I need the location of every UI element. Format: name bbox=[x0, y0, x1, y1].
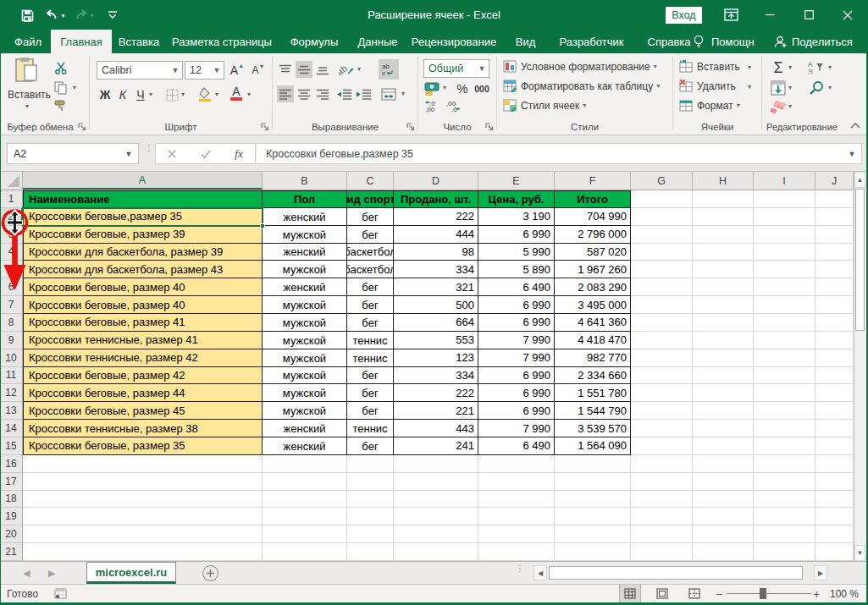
tab-home[interactable]: Главная bbox=[51, 30, 112, 53]
tab-review[interactable]: Рецензирование bbox=[405, 30, 503, 53]
orientation-dropdown-icon[interactable]: ▾ bbox=[357, 65, 361, 73]
cell-H1[interactable] bbox=[693, 190, 754, 208]
cell-B5[interactable]: мужской bbox=[263, 261, 347, 278]
cell-E8[interactable]: 6 990 bbox=[478, 314, 555, 332]
cell-A18[interactable] bbox=[23, 491, 263, 509]
cell-I4[interactable] bbox=[754, 244, 815, 261]
cell-J16[interactable] bbox=[815, 455, 854, 473]
cell-A17[interactable] bbox=[23, 473, 263, 491]
wrap-text-icon[interactable]: abc bbox=[379, 59, 399, 80]
cell-G11[interactable] bbox=[631, 367, 693, 385]
insert-cells-button[interactable]: Вставить bbox=[678, 60, 740, 73]
collapse-ribbon-icon[interactable] bbox=[848, 119, 863, 131]
cell-I3[interactable] bbox=[754, 226, 815, 244]
cell-F17[interactable] bbox=[555, 473, 631, 491]
cell-C18[interactable] bbox=[347, 491, 394, 509]
cell-G4[interactable] bbox=[631, 244, 693, 261]
share-button[interactable]: Поделиться bbox=[773, 30, 853, 53]
cell-F21[interactable] bbox=[555, 543, 631, 561]
cell-E13[interactable]: 6 990 bbox=[478, 402, 555, 420]
cell-A20[interactable] bbox=[23, 525, 263, 543]
accounting-dropdown-icon[interactable]: ▾ bbox=[443, 84, 446, 91]
increase-decimal-icon[interactable]: .0,00 bbox=[423, 98, 441, 113]
align-top-icon[interactable] bbox=[277, 61, 294, 78]
cell-G17[interactable] bbox=[631, 473, 693, 491]
cell-F8[interactable]: 4 641 360 bbox=[555, 314, 631, 332]
cell-J20[interactable] bbox=[815, 525, 854, 543]
name-box[interactable]: A2 ▼ bbox=[7, 143, 139, 164]
cell-I12[interactable] bbox=[754, 384, 815, 402]
cell-C10[interactable]: теннис bbox=[347, 349, 394, 367]
cell-J13[interactable] bbox=[815, 402, 854, 420]
accounting-format-icon[interactable] bbox=[423, 81, 441, 96]
cell-G8[interactable] bbox=[631, 314, 693, 332]
cell-B11[interactable]: мужской bbox=[263, 367, 347, 385]
cell-C1[interactable]: Вид спорта bbox=[347, 190, 394, 208]
scroll-left-icon[interactable]: ◀ bbox=[534, 565, 547, 580]
cell-I9[interactable] bbox=[754, 332, 815, 349]
cell-A12[interactable]: Кроссовки беговые, размер 44 bbox=[23, 384, 263, 402]
column-header-H[interactable]: H bbox=[693, 172, 754, 190]
row-header-11[interactable]: 11 bbox=[0, 367, 23, 385]
cell-E21[interactable] bbox=[478, 543, 555, 561]
maximize-button[interactable] bbox=[789, 0, 828, 30]
cell-B12[interactable]: мужской bbox=[263, 384, 347, 402]
cell-I2[interactable] bbox=[754, 208, 815, 226]
cell-H2[interactable] bbox=[693, 208, 754, 226]
cell-I13[interactable] bbox=[754, 402, 815, 420]
align-right-icon[interactable] bbox=[314, 85, 331, 102]
fill-dropdown-icon[interactable]: ▾ bbox=[788, 84, 792, 91]
borders-dropdown-icon[interactable]: ▾ bbox=[181, 91, 185, 98]
column-header-B[interactable]: B bbox=[263, 172, 347, 190]
cell-A13[interactable]: Кроссовки беговые, размер 45 bbox=[23, 402, 263, 420]
row-header-17[interactable]: 17 bbox=[0, 473, 23, 491]
increase-font-icon[interactable]: А▲ bbox=[228, 61, 246, 80]
cell-D3[interactable]: 444 bbox=[394, 226, 478, 244]
cell-I21[interactable] bbox=[754, 543, 815, 561]
cell-A5[interactable]: Кроссовки для баскетбола, размер 43 bbox=[23, 261, 263, 278]
cell-H16[interactable] bbox=[693, 455, 754, 473]
row-header-15[interactable]: 15 bbox=[0, 437, 23, 455]
cell-C20[interactable] bbox=[347, 525, 394, 543]
close-button[interactable] bbox=[828, 0, 867, 30]
cell-D8[interactable]: 664 bbox=[394, 314, 478, 332]
cell-J5[interactable] bbox=[815, 261, 854, 278]
cell-I7[interactable] bbox=[754, 296, 815, 314]
cell-E7[interactable]: 6 990 bbox=[478, 296, 555, 314]
fill-down-icon[interactable] bbox=[769, 79, 788, 97]
cell-E17[interactable] bbox=[478, 473, 555, 491]
row-header-6[interactable]: 6 bbox=[0, 278, 23, 296]
normal-view-button[interactable] bbox=[619, 585, 641, 602]
cell-G19[interactable] bbox=[631, 508, 693, 525]
font-color-dropdown-icon[interactable]: ▾ bbox=[247, 91, 251, 98]
cell-H21[interactable] bbox=[693, 543, 754, 561]
cell-I1[interactable] bbox=[754, 190, 815, 208]
cell-C2[interactable]: бег bbox=[347, 208, 394, 226]
cell-A8[interactable]: Кроссовки беговые, размер 41 bbox=[23, 314, 263, 332]
underline-dropdown-icon[interactable]: ▾ bbox=[149, 91, 152, 98]
cell-D7[interactable]: 500 bbox=[394, 296, 478, 314]
cell-B3[interactable]: мужской bbox=[263, 226, 347, 244]
cell-G1[interactable] bbox=[631, 190, 693, 208]
cell-G2[interactable] bbox=[631, 208, 693, 226]
cell-A10[interactable]: Кроссовки теннисные, размер 42 bbox=[23, 349, 263, 367]
cell-H4[interactable] bbox=[693, 244, 754, 261]
cell-A15[interactable]: Кроссовки беговые, размер 35 bbox=[23, 437, 263, 455]
paste-dropdown-icon[interactable]: ▾ bbox=[25, 102, 29, 110]
cell-F1[interactable]: Итого bbox=[555, 190, 631, 208]
cell-I6[interactable] bbox=[754, 278, 815, 296]
row-header-19[interactable]: 19 bbox=[0, 508, 23, 525]
cell-D11[interactable]: 334 bbox=[394, 367, 478, 385]
cell-D12[interactable]: 222 bbox=[394, 384, 478, 402]
cell-E1[interactable]: Цена, руб. bbox=[478, 190, 555, 208]
confirm-entry-icon[interactable] bbox=[201, 150, 211, 158]
cell-B4[interactable]: женский bbox=[263, 244, 347, 261]
cell-I15[interactable] bbox=[754, 437, 815, 455]
cell-C9[interactable]: теннис bbox=[347, 332, 394, 349]
cell-J21[interactable] bbox=[815, 543, 854, 561]
cell-A7[interactable]: Кроссовки беговые, размер 40 bbox=[23, 296, 263, 314]
macro-record-icon[interactable] bbox=[54, 588, 67, 599]
paste-label[interactable]: Вставить bbox=[8, 89, 51, 101]
zoom-in-icon[interactable]: + bbox=[811, 585, 821, 602]
autosum-icon[interactable]: Σ bbox=[769, 58, 788, 77]
